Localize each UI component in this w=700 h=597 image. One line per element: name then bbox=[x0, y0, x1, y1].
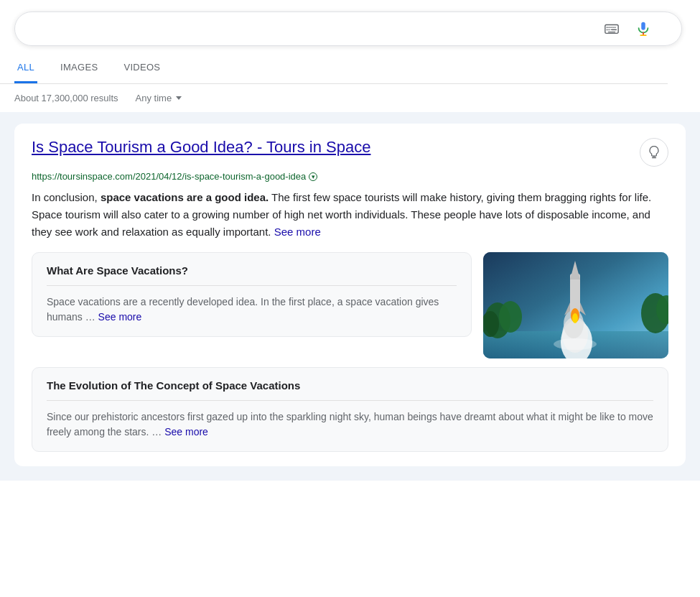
sub-card-1: What Are Space Vacations? Space vacation… bbox=[32, 252, 472, 337]
sub-card-2-text: Since our prehistoric ancestors first ga… bbox=[47, 409, 653, 440]
rocket-image-svg bbox=[483, 252, 668, 358]
result-url: https://toursinspace.com/2021/04/12/is-s… bbox=[32, 171, 668, 182]
search-bar: Is space travel a good idea? bbox=[14, 11, 682, 46]
lightbulb-icon bbox=[647, 145, 661, 159]
keyboard-icon bbox=[604, 21, 620, 37]
any-time-label: Any time bbox=[136, 93, 172, 103]
see-more-link-1[interactable]: See more bbox=[274, 226, 321, 238]
svg-point-35 bbox=[554, 338, 597, 350]
search-bar-container: Is space travel a good idea? bbox=[0, 0, 700, 55]
result-description: In conclusion, space vacations are a goo… bbox=[32, 189, 668, 241]
description-prefix: In conclusion, bbox=[32, 191, 101, 203]
chevron-down-icon bbox=[176, 96, 182, 100]
results-count: About 17,300,000 results bbox=[14, 93, 118, 103]
tabs-container: ALL IMAGES VIDEOS bbox=[0, 55, 668, 84]
result-header: Is Space Tourism a Good Idea? - Tours in… bbox=[32, 138, 668, 167]
sub-card-2: The Evolution of The Concept of Space Va… bbox=[32, 367, 668, 452]
keyboard-icon-button[interactable] bbox=[601, 18, 622, 40]
search-input[interactable]: Is space travel a good idea? bbox=[27, 22, 592, 37]
sub-card-1-text: Space vacations are a recently developed… bbox=[47, 295, 457, 325]
search-icons bbox=[601, 18, 670, 40]
sub-card-2-text-content: Since our prehistoric ancestors first ga… bbox=[47, 411, 653, 438]
search-submit-button[interactable] bbox=[664, 26, 670, 32]
results-info: About 17,300,000 results Any time bbox=[0, 84, 700, 112]
description-bold: space vacations are a good idea. bbox=[101, 191, 269, 203]
sub-cards-container: What Are Space Vacations? Space vacation… bbox=[32, 252, 668, 358]
url-dropdown-icon[interactable]: ▾ bbox=[309, 172, 317, 181]
sub-card-2-title: The Evolution of The Concept of Space Va… bbox=[47, 379, 653, 392]
tab-videos[interactable]: VIDEOS bbox=[121, 55, 163, 83]
result-card: Is Space Tourism a Good Idea? - Tours in… bbox=[14, 124, 686, 466]
svg-rect-29 bbox=[570, 274, 580, 313]
tab-images[interactable]: IMAGES bbox=[57, 55, 101, 83]
result-url-text[interactable]: https://toursinspace.com/2021/04/12/is-s… bbox=[32, 171, 306, 182]
svg-point-22 bbox=[499, 301, 522, 333]
results-inner: Is Space Tourism a Good Idea? - Tours in… bbox=[0, 118, 700, 481]
sub-card-1-divider bbox=[47, 285, 457, 286]
rocket-image bbox=[483, 252, 668, 358]
svg-point-34 bbox=[572, 313, 578, 323]
lightbulb-button[interactable] bbox=[640, 138, 668, 167]
result-title[interactable]: Is Space Tourism a Good Idea? - Tours in… bbox=[32, 138, 370, 157]
mic-icon bbox=[635, 21, 651, 37]
mic-icon-button[interactable] bbox=[633, 18, 654, 40]
see-more-link-2[interactable]: See more bbox=[98, 311, 142, 323]
see-more-link-3[interactable]: See more bbox=[164, 426, 208, 438]
sub-card-2-divider bbox=[47, 400, 653, 401]
any-time-filter[interactable]: Any time bbox=[136, 93, 182, 103]
tab-all[interactable]: ALL bbox=[14, 55, 37, 83]
sub-card-1-title: What Are Space Vacations? bbox=[47, 264, 457, 277]
results-area-wrapper: Is Space Tourism a Good Idea? - Tours in… bbox=[0, 112, 700, 481]
svg-rect-12 bbox=[641, 22, 645, 30]
